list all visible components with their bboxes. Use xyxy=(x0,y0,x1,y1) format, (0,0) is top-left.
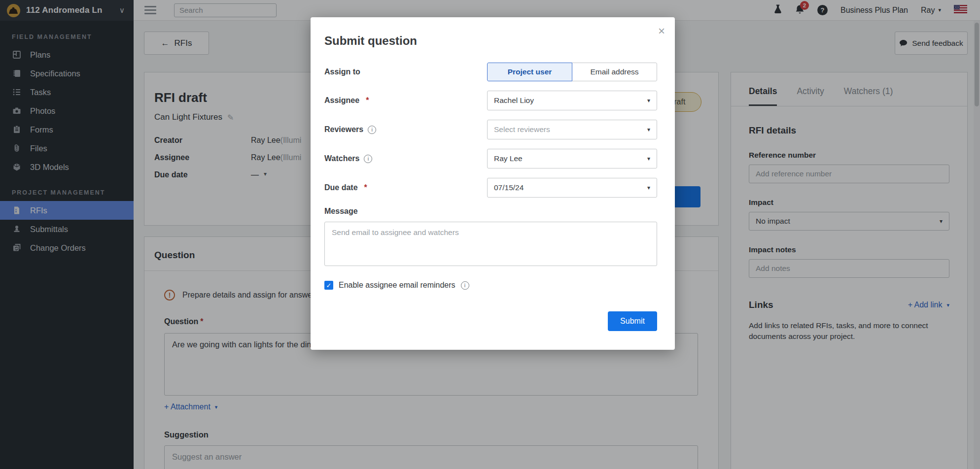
message-textarea[interactable] xyxy=(324,222,657,266)
required-asterisk: * xyxy=(364,183,367,192)
assignee-select[interactable]: Rachel Lioy ▾ xyxy=(487,91,657,110)
modal-title: Submit question xyxy=(324,34,657,48)
reminder-info-icon[interactable]: i xyxy=(461,281,469,290)
assignee-caret-icon: ▾ xyxy=(647,97,650,104)
watchers-select[interactable]: Ray Lee ▾ xyxy=(487,149,657,168)
assign-to-toggle: Project user Email address xyxy=(487,63,657,81)
submit-question-modal: × Submit question Assign to Project user… xyxy=(311,17,675,350)
required-asterisk: * xyxy=(366,96,369,105)
toggle-email-address[interactable]: Email address xyxy=(572,63,657,81)
watchers-info-icon[interactable]: i xyxy=(364,155,372,163)
watchers-caret-icon: ▾ xyxy=(647,155,650,162)
message-label: Message xyxy=(324,207,657,216)
submit-button[interactable]: Submit xyxy=(608,311,657,331)
watchers-value: Ray Lee xyxy=(494,154,523,163)
due-date-value: 07/15/24 xyxy=(494,183,524,192)
reviewers-info-icon[interactable]: i xyxy=(368,126,376,134)
due-date-select[interactable]: 07/15/24 ▾ xyxy=(487,178,657,198)
reminder-checkbox[interactable]: ✓ xyxy=(324,281,333,290)
reviewers-label: Reviewers xyxy=(324,125,363,134)
assignee-value: Rachel Lioy xyxy=(494,96,534,105)
due-date-label: Due date xyxy=(324,183,358,192)
assign-to-label: Assign to xyxy=(324,67,360,76)
toggle-project-user[interactable]: Project user xyxy=(487,63,572,81)
close-icon[interactable]: × xyxy=(658,25,665,37)
reminder-label: Enable assignee email reminders xyxy=(339,281,455,290)
watchers-label: Watchers xyxy=(324,154,359,163)
reviewers-caret-icon: ▾ xyxy=(647,126,650,133)
reviewers-select[interactable]: Select reviewers ▾ xyxy=(487,120,657,139)
reviewers-placeholder: Select reviewers xyxy=(494,125,550,134)
due-date-caret-icon: ▾ xyxy=(647,184,650,191)
assignee-label: Assignee xyxy=(324,96,359,105)
